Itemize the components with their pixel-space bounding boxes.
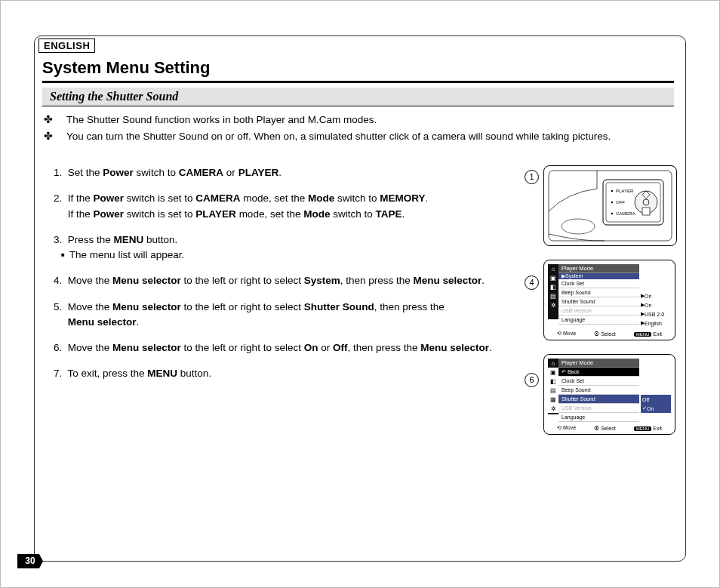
menu6-footer: ⟲ Move ⦿ Select MENU Exit	[548, 425, 671, 431]
step-5: 5. Move the Menu selector to the left or…	[54, 300, 506, 331]
card-icon: ◧	[548, 377, 558, 386]
steps-block: 1. Set the Power switch to CAMERA or PLA…	[54, 165, 506, 393]
page-title: System Menu Setting	[42, 55, 674, 83]
tv-icon: ▦	[548, 395, 558, 404]
move-icon: ⟲ Move	[557, 331, 576, 337]
blank-icon	[548, 309, 558, 319]
menu4-val: ▶English	[641, 319, 671, 328]
menu4-item: USB Version	[558, 306, 639, 316]
power-switch-illustration: PLAYER OFF CAMERA	[544, 166, 676, 245]
intro-block: ✤The Shutter Sound function works in bot…	[55, 112, 674, 145]
menu4-val: ▶On	[641, 291, 671, 300]
card-icon: ◧	[548, 282, 558, 291]
menu4-item: Language	[558, 316, 639, 325]
menu6-item-selected: Shutter Sound	[558, 395, 639, 404]
figure-power-switch: PLAYER OFF CAMERA	[543, 165, 677, 246]
language-badge: ENGLISH	[38, 38, 95, 53]
move-icon: ⟲ Move	[557, 425, 576, 431]
menu6-opt-on: ✓On	[641, 404, 671, 413]
step-1: 1. Set the Power switch to CAMERA or PLA…	[54, 165, 506, 180]
system-icon: ✲	[548, 300, 558, 309]
manual-page: ENGLISH System Menu Setting Setting the …	[0, 0, 720, 588]
svg-point-7	[611, 202, 613, 203]
tape-icon: ▣	[548, 368, 558, 377]
menu4-values: ▶On ▶On ▶USB 2.0 ▶English	[639, 264, 671, 328]
menu6-item: USB Version	[558, 404, 639, 413]
step-6: 6. Move the Menu selector to the left or…	[54, 340, 506, 356]
section-subtitle: Setting the Shutter Sound	[42, 88, 674, 106]
menu4-val: ▶On	[641, 300, 671, 309]
system-icon: ✲	[548, 404, 558, 413]
svg-point-8	[611, 213, 613, 214]
svg-text:CAMERA: CAMERA	[616, 211, 635, 216]
step-3: 3. Press the MENU button. ■The menu list…	[54, 232, 506, 263]
step-2: 2. If the Power switch is set to CAMERA …	[54, 191, 506, 222]
menu6-icon-column: ⌂ ▣ ◧ ▤ ▦ ✲	[548, 359, 558, 422]
svg-text:OFF: OFF	[616, 200, 625, 205]
menu4-icon-column: ⌂ ▣ ◧ ▤ ✲	[548, 264, 558, 328]
select-icon: ⦿ Select	[594, 331, 615, 337]
display-icon: ▤	[548, 386, 558, 395]
menu4-title: Player Mode	[558, 264, 639, 273]
svg-rect-5	[642, 208, 650, 215]
menu4-footer: ⟲ Move ⦿ Select MENU Exit	[548, 331, 671, 337]
menu4-list: Player Mode ▶System Clock Set Beep Sound…	[558, 264, 639, 328]
camera-icon: ⌂	[548, 264, 558, 273]
menu6-values: Off ✓On	[639, 359, 671, 422]
step-4: 4. Move the Menu selector to the left or…	[54, 273, 506, 288]
exit-label: MENU Exit	[634, 331, 662, 337]
menu4-item: Clock Set	[558, 279, 639, 288]
intro-line: ✤The Shutter Sound function works in bot…	[55, 112, 674, 128]
figure-number-6: 6	[525, 373, 539, 387]
figure-menu-4: ⌂ ▣ ◧ ▤ ✲ Player Mode ▶System Clock Set …	[543, 260, 675, 340]
select-icon: ⦿ Select	[594, 426, 615, 431]
menu4-item: Shutter Sound	[558, 297, 639, 306]
figure-number-1: 1	[525, 170, 539, 184]
menu4-highlight: ▶System	[558, 273, 639, 279]
svg-point-6	[611, 190, 613, 192]
menu6-item: Beep Sound	[558, 386, 639, 395]
intro-line: ✤You can turn the Shutter Sound on or of…	[55, 129, 674, 144]
menu6-back: ↶ Back	[558, 368, 639, 377]
menu6-item: Language	[558, 413, 639, 422]
menu6-item: Clock Set	[558, 377, 639, 386]
svg-text:PLAYER: PLAYER	[616, 189, 634, 193]
menu4-item: Beep Sound	[558, 288, 639, 297]
figure-menu-6: ⌂ ▣ ◧ ▤ ▦ ✲ Player Mode ↶ Back Clock Set…	[543, 354, 675, 435]
camera-icon: ⌂	[548, 359, 558, 368]
menu6-list: Player Mode ↶ Back Clock Set Beep Sound …	[558, 359, 639, 422]
menu4-val: ▶USB 2.0	[641, 309, 671, 319]
svg-point-12	[562, 219, 595, 234]
display-icon: ▤	[548, 291, 558, 300]
menu6-title: Player Mode	[558, 359, 639, 368]
tape-icon: ▣	[548, 273, 558, 282]
menu6-opt-off: Off	[641, 395, 671, 404]
exit-label: MENU Exit	[634, 426, 662, 431]
page-number: 30	[17, 554, 43, 568]
menu4-val	[641, 282, 671, 291]
figures-column: 1 PLAYER OFF CAMERA 4	[525, 165, 675, 448]
step-7: 7. To exit, press the MENU button.	[54, 366, 506, 381]
figure-number-4: 4	[525, 276, 539, 290]
